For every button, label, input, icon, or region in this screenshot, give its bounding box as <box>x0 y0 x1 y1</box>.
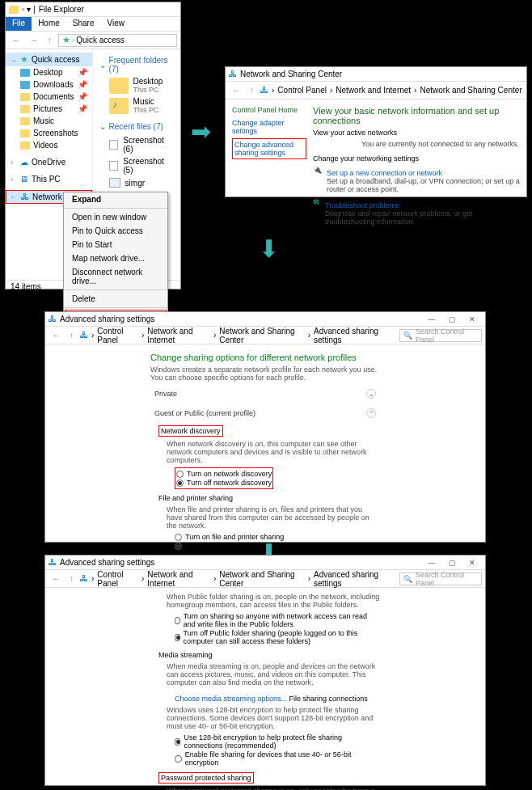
recent-header[interactable]: ⌄Recent files (7) <box>99 122 176 131</box>
profile-guest[interactable]: Guest or Public (current profile)⌃ <box>150 406 380 420</box>
menu-expand[interactable]: Expand <box>64 192 167 206</box>
change-settings-label: Change your networking settings <box>313 154 520 163</box>
up-icon[interactable]: ↑ <box>44 36 55 44</box>
tab-view[interactable]: View <box>101 17 132 31</box>
arrow-icon: ➡ <box>191 117 211 146</box>
folder-tile[interactable]: MusicThis PC <box>109 97 167 114</box>
menu-delete[interactable]: Delete <box>64 292 167 306</box>
cp-home[interactable]: Control Panel Home <box>232 106 306 114</box>
profile-private[interactable]: Private⌄ <box>150 387 380 401</box>
window-title: Network and Sharing Center <box>240 70 342 78</box>
breadcrumb-bar: ← ↑ 🖧 ›Control Panel ›Network and Intern… <box>45 570 485 588</box>
close-button[interactable]: ✕ <box>462 314 482 325</box>
sidebar-item[interactable]: Downloads📌 <box>6 78 92 91</box>
search-input[interactable]: 🔍Search Control Panel <box>399 572 482 585</box>
back-icon[interactable]: ← <box>49 574 63 583</box>
sidebar-item[interactable]: Videos <box>6 139 92 151</box>
heading: Change sharing options for different net… <box>150 353 380 362</box>
folder-tile[interactable]: DesktopThis PC <box>109 77 167 94</box>
ms-desc: When media streaming is on, people and d… <box>167 662 380 686</box>
recent-item[interactable]: Screenshot (5) <box>99 155 176 176</box>
crumb[interactable]: Advanced sharing settings <box>314 327 393 344</box>
crumb[interactable]: Network and Internet <box>147 570 210 588</box>
maximize-button[interactable]: ▢ <box>442 314 462 325</box>
sidebar-onedrive[interactable]: ›☁OneDrive <box>6 156 92 168</box>
close-button[interactable]: ✕ <box>462 557 482 568</box>
window-title: Advanced sharing settings <box>60 558 154 567</box>
menu-open-new-window[interactable]: Open in new window <box>64 210 167 224</box>
address-bar: ← → ↑ ★ › Quick access <box>6 32 180 49</box>
pfs-off-radio[interactable]: Turn off Public folder sharing (people l… <box>175 629 380 645</box>
main-panel: View your basic network information and … <box>310 103 523 229</box>
arrow-icon: ⬇ <box>259 234 279 263</box>
titlebar: 🖧 Network and Sharing Center <box>226 67 526 82</box>
address-path[interactable]: ★ › Quick access <box>58 34 177 47</box>
sidebar-item[interactable]: Desktop📌 <box>6 66 92 78</box>
crumb[interactable]: Network and Sharing Center <box>420 86 521 95</box>
ms-label: Media streaming <box>158 651 213 659</box>
fsc-desc: Windows uses 128-bit encryption to help … <box>167 706 380 730</box>
tab-file[interactable]: File <box>6 17 32 31</box>
pps-label: Password protected sharing <box>158 772 254 784</box>
tab-home[interactable]: Home <box>32 17 66 31</box>
network-icon: 🖧 <box>49 315 57 323</box>
search-icon: 🔍 <box>403 575 412 583</box>
back-icon[interactable]: ← <box>229 86 243 95</box>
menu-pin-quick[interactable]: Pin to Quick access <box>64 224 167 238</box>
crumb[interactable]: Control Panel <box>97 327 138 344</box>
sidebar-quick-access[interactable]: ⌄★Quick access <box>6 53 92 66</box>
change-adapter-link[interactable]: Change adapter settings <box>232 119 306 135</box>
sidebar-item[interactable]: Music <box>6 115 92 127</box>
frequent-header[interactable]: ⌄Frequent folders (7) <box>99 56 176 74</box>
minimize-button[interactable]: — <box>422 314 441 325</box>
menu-pin-start[interactable]: Pin to Start <box>64 238 167 251</box>
troubleshoot-link[interactable]: Troubleshoot problems <box>325 201 520 209</box>
nd-off-radio[interactable]: Turn off network discovery <box>176 479 272 487</box>
nd-on-radio[interactable]: Turn on network discovery <box>176 470 272 478</box>
menu-disconnect-drive[interactable]: Disconnect network drive... <box>64 265 167 288</box>
ms-link[interactable]: Choose media streaming options... <box>175 695 287 703</box>
sidebar-item[interactable]: Documents📌 <box>6 91 92 103</box>
troubleshoot-desc: Diagnose and repair network problems, or… <box>325 209 520 226</box>
star-icon: ★ <box>62 35 70 45</box>
up-icon[interactable]: ↑ <box>247 86 257 95</box>
address-text: Quick access <box>76 36 124 44</box>
crumb[interactable]: Network and Sharing Center <box>219 327 304 344</box>
up-icon[interactable]: ↑ <box>66 574 77 583</box>
fsc-label: File sharing connections <box>289 695 368 703</box>
sidebar-this-pc[interactable]: ›🖥This PC <box>6 173 92 185</box>
sidebar-item[interactable]: Pictures📌 <box>6 103 92 115</box>
change-advanced-link[interactable]: Change advanced sharing settings <box>232 138 306 159</box>
context-menu: Expand Open in new window Pin to Quick a… <box>63 192 168 327</box>
minimize-button[interactable]: — <box>422 557 441 568</box>
sidebar-item[interactable]: Screenshots <box>6 127 92 139</box>
pfs-on-radio[interactable]: Turn on sharing so anyone with network a… <box>175 612 380 628</box>
active-networks-label: View your active networks <box>313 129 520 137</box>
network-center-window: 🖧 Network and Sharing Center ← ↑ 🖧 ›Cont… <box>225 66 527 197</box>
back-icon[interactable]: ← <box>9 36 23 44</box>
crumb[interactable]: Control Panel <box>277 86 327 95</box>
recent-item[interactable]: simgr <box>99 176 176 189</box>
search-input[interactable]: 🔍Search Control Panel <box>399 329 482 342</box>
fps-label: File and printer sharing <box>158 494 233 502</box>
pps-desc: When password protected sharing is on, o… <box>167 787 380 790</box>
window-title: Advanced sharing settings <box>60 315 154 323</box>
back-icon[interactable]: ← <box>49 331 63 340</box>
tab-share[interactable]: Share <box>66 17 101 31</box>
maximize-button[interactable]: ▢ <box>442 557 462 568</box>
up-icon[interactable]: ↑ <box>66 331 77 340</box>
network-icon: 🖧 <box>229 70 237 78</box>
recent-item[interactable]: Screenshot (6) <box>99 134 176 155</box>
crumb[interactable]: Control Panel <box>97 570 138 588</box>
crumb[interactable]: Network and Internet <box>336 86 411 95</box>
crumb[interactable]: Advanced sharing settings <box>314 570 393 588</box>
menu-map-drive[interactable]: Map network drive... <box>64 251 167 265</box>
fsc-128-radio[interactable]: Use 128-bit encryption to help protect f… <box>175 733 380 750</box>
crumb[interactable]: Network and Sharing Center <box>219 570 304 588</box>
setup-connection-link[interactable]: Set up a new connection or network <box>327 169 520 177</box>
crumb[interactable]: Network and Internet <box>147 327 210 344</box>
titlebar: 🖧 Advanced sharing settings — ▢ ✕ <box>45 312 485 327</box>
forward-icon[interactable]: → <box>27 36 41 44</box>
titlebar: ▫ ▾ | File Explorer <box>6 2 180 17</box>
fsc-40-radio[interactable]: Enable file sharing for devices that use… <box>175 750 380 767</box>
